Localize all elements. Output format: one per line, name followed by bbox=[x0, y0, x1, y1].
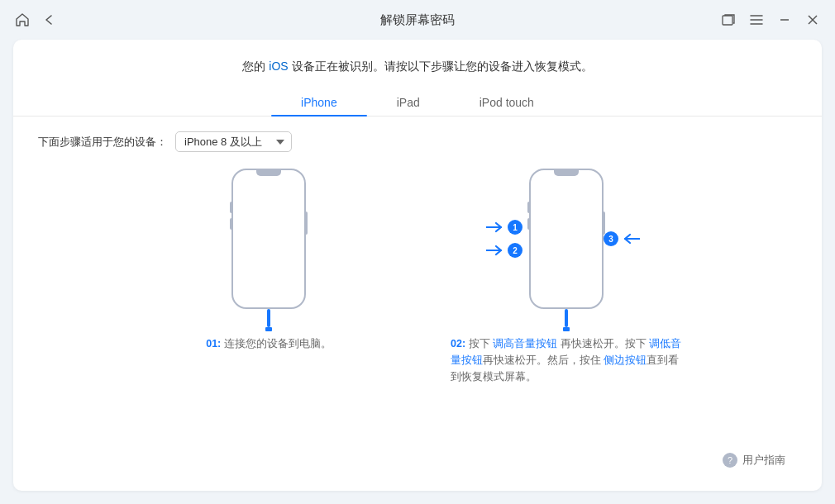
tab-ipad[interactable]: iPad bbox=[367, 89, 450, 116]
step-1-block: 01: 连接您的设备到电脑。 bbox=[128, 169, 409, 352]
device-select[interactable]: iPhone 8 及以上 iPhone 7 iPhone 6s 及以下 bbox=[175, 131, 292, 152]
step-2-side-btn: 侧边按钮 bbox=[604, 354, 647, 366]
step-2-desc-2: 再快速松开。按下 bbox=[557, 338, 649, 349]
volume-btn-down-2 bbox=[527, 218, 531, 230]
side-btn-1 bbox=[304, 212, 308, 235]
title-bar: 解锁屏幕密码 bbox=[0, 0, 835, 40]
phone-notch-2 bbox=[554, 170, 579, 176]
step-1-desc: 连接您的设备到电脑。 bbox=[221, 338, 331, 349]
phone-body-2 bbox=[529, 169, 604, 309]
help-icon: ? bbox=[723, 453, 737, 468]
ios-highlight: iOS bbox=[269, 59, 288, 73]
arrow-1: 1 bbox=[486, 220, 522, 235]
back-icon[interactable] bbox=[40, 11, 58, 29]
volume-btn-down bbox=[230, 218, 233, 230]
step-2-num: 02: bbox=[451, 338, 465, 349]
menu-icon[interactable] bbox=[747, 11, 766, 29]
steps-area: 01: 连接您的设备到电脑。 1 bbox=[13, 169, 822, 464]
main-content: 您的 iOS 设备正在被识别。请按以下步骤让您的设备进入恢复模式。 iPhone… bbox=[13, 40, 822, 491]
badge-2: 2 bbox=[508, 243, 522, 258]
phone-notch-1 bbox=[256, 170, 281, 176]
step-2-desc-3: 再快速松开。然后，按住 bbox=[483, 354, 604, 366]
step-2-desc-1: 按下 bbox=[469, 338, 493, 349]
step-2-block: 1 2 bbox=[426, 169, 707, 385]
badge-3: 3 bbox=[604, 231, 618, 246]
tab-ipodtouch[interactable]: iPod touch bbox=[450, 89, 564, 116]
home-icon[interactable] bbox=[13, 11, 31, 29]
restore-icon[interactable] bbox=[719, 11, 737, 29]
subtitle-prefix: 您的 bbox=[242, 59, 269, 73]
cable bbox=[267, 309, 270, 327]
step-2-phone-diagram: 1 2 bbox=[529, 169, 604, 309]
tab-iphone[interactable]: iPhone bbox=[271, 89, 367, 116]
window-title: 解锁屏幕密码 bbox=[380, 12, 455, 28]
close-icon[interactable] bbox=[804, 11, 822, 29]
phone-body-1 bbox=[231, 169, 306, 309]
device-selector-row: 下面步骤适用于您的设备： iPhone 8 及以上 iPhone 7 iPhon… bbox=[13, 131, 822, 152]
step-2-vol-up: 调高音量按钮 bbox=[493, 338, 557, 349]
subtitle-bar: 您的 iOS 设备正在被识别。请按以下步骤让您的设备进入恢复模式。 bbox=[13, 59, 822, 74]
arrow-2: 2 bbox=[486, 243, 522, 258]
title-bar-right bbox=[719, 11, 822, 29]
arrow-right-svg-1 bbox=[486, 221, 504, 233]
step-2-label: 02: 按下 调高音量按钮 再快速松开。按下 调低音量按钮再快速松开。然后，按住… bbox=[451, 335, 682, 385]
help-link[interactable]: ? 用户指南 bbox=[723, 453, 785, 468]
cable-head bbox=[265, 327, 272, 331]
step-1-label: 01: 连接您的设备到电脑。 bbox=[206, 335, 332, 352]
badge-1: 1 bbox=[508, 220, 522, 235]
tab-bar: iPhone iPad iPod touch bbox=[13, 89, 822, 116]
volume-btn-up bbox=[230, 202, 233, 213]
arrow-right-svg-2 bbox=[486, 245, 504, 256]
left-arrows: 1 2 bbox=[486, 220, 522, 258]
minimize-icon[interactable] bbox=[775, 11, 794, 29]
svg-rect-0 bbox=[723, 16, 732, 25]
device-selector-label: 下面步骤适用于您的设备： bbox=[38, 135, 167, 150]
volume-btn-up-2 bbox=[527, 202, 531, 213]
subtitle-suffix: 设备正在被识别。请按以下步骤让您的设备进入恢复模式。 bbox=[289, 59, 593, 73]
arrow-left-svg bbox=[622, 233, 640, 245]
right-arrow: 3 bbox=[604, 231, 640, 246]
title-bar-left bbox=[13, 11, 58, 29]
cable-head-2 bbox=[563, 327, 570, 331]
help-label: 用户指南 bbox=[742, 453, 785, 468]
step-1-phone-diagram bbox=[231, 169, 306, 309]
cable-2 bbox=[565, 309, 568, 327]
step-1-num: 01: bbox=[206, 338, 221, 349]
